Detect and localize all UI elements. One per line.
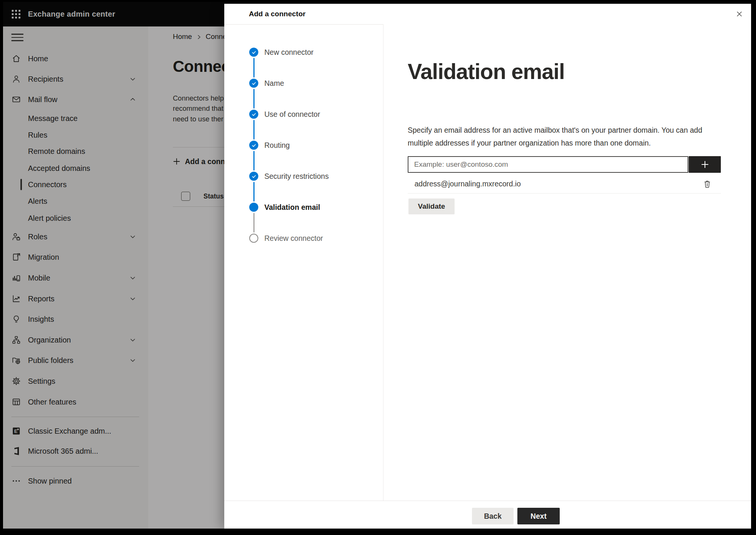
back-button[interactable]: Back xyxy=(472,508,514,524)
step-name[interactable]: Name xyxy=(249,78,284,88)
dialog-title: Add a connector xyxy=(249,10,306,18)
step-security-restrictions[interactable]: Security restrictions xyxy=(249,171,329,181)
step-complete-icon xyxy=(249,48,258,57)
step-validation-email[interactable]: Validation email xyxy=(249,202,320,212)
step-heading: Validation email xyxy=(408,59,565,84)
added-address-row: address@journaling.mxrecord.io xyxy=(408,175,721,194)
step-active-icon xyxy=(249,203,258,212)
step-connector-line xyxy=(253,120,255,140)
step-connector-line xyxy=(253,89,255,109)
step-new-connector[interactable]: New connector xyxy=(249,47,314,57)
step-complete-icon xyxy=(249,79,258,88)
step-complete-icon xyxy=(249,141,258,150)
step-review-connector[interactable]: Review connector xyxy=(249,233,323,243)
trash-icon xyxy=(703,180,712,189)
step-connector-line xyxy=(253,58,255,78)
step-complete-icon xyxy=(249,110,258,119)
close-button[interactable] xyxy=(734,8,745,20)
step-connector-line xyxy=(253,182,255,202)
step-connector-line xyxy=(253,213,255,233)
dialog-header: Add a connector xyxy=(224,4,751,25)
step-description: Specify an email address for an active m… xyxy=(408,124,710,149)
email-input-row xyxy=(408,156,721,173)
wizard-steps: New connector Name Use of connector xyxy=(224,24,383,501)
dialog-footer: Back Next xyxy=(224,501,751,529)
step-complete-icon xyxy=(249,172,258,181)
add-email-button[interactable] xyxy=(689,156,721,173)
step-routing[interactable]: Routing xyxy=(249,140,290,150)
validate-button[interactable]: Validate xyxy=(408,198,455,214)
add-connector-dialog: Add a connector New connector Name xyxy=(224,4,751,529)
plus-icon xyxy=(700,160,710,169)
screenshot-frame: Exchange admin center Home Recipients Ma… xyxy=(0,0,756,535)
delete-address-button[interactable] xyxy=(701,178,713,190)
validation-email-input[interactable] xyxy=(408,156,688,173)
close-icon xyxy=(735,10,744,18)
next-button[interactable]: Next xyxy=(517,508,560,524)
step-connector-line xyxy=(253,151,255,171)
added-address: address@journaling.mxrecord.io xyxy=(414,180,521,188)
dialog-content: Validation email Specify an email addres… xyxy=(383,24,751,501)
app-window: Exchange admin center Home Recipients Ma… xyxy=(3,2,751,529)
step-todo-icon xyxy=(249,234,258,243)
dialog-body: New connector Name Use of connector xyxy=(224,24,751,501)
step-use-of-connector[interactable]: Use of connector xyxy=(249,109,320,119)
